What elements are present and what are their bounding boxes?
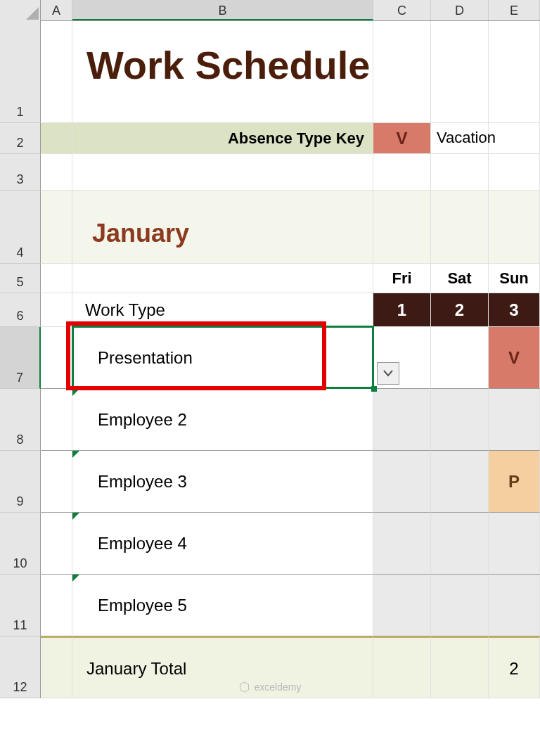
cell-c8[interactable]	[373, 389, 431, 451]
day-header-sat[interactable]: Sat	[431, 264, 489, 293]
cell-b5[interactable]	[72, 264, 373, 293]
logo-icon	[239, 681, 250, 693]
row-header-10[interactable]: 10	[0, 513, 41, 575]
cell-a1[interactable]	[41, 21, 72, 123]
row-header-3[interactable]: 3	[0, 154, 41, 191]
col-header-b[interactable]: B	[72, 0, 373, 20]
row-header-1[interactable]: 1	[0, 21, 41, 123]
comment-indicator-icon	[72, 451, 79, 458]
cell-c1[interactable]	[373, 21, 431, 123]
employee-2-cell[interactable]: Employee 2	[72, 389, 373, 451]
watermark: exceldemy	[239, 681, 302, 693]
col-header-c[interactable]: C	[373, 0, 431, 20]
cell-d8[interactable]	[431, 389, 489, 451]
row-headers-col: 1 2 3 4 5 6 7 8 9 10 11 12	[0, 21, 41, 698]
row-header-2[interactable]: 2	[0, 123, 41, 154]
month-label[interactable]: January	[72, 191, 373, 264]
cell-e1[interactable]	[489, 21, 540, 123]
cell-e10[interactable]	[489, 513, 540, 575]
cell-d7[interactable]	[431, 327, 489, 389]
day-header-fri[interactable]: Fri	[373, 264, 431, 293]
day-num-1[interactable]: 1	[373, 293, 431, 327]
cell-e4[interactable]	[489, 191, 540, 264]
row-header-6[interactable]: 6	[0, 293, 41, 327]
page-title[interactable]: Work Schedule	[72, 21, 373, 123]
cell-e2[interactable]	[489, 123, 540, 154]
cell-d12[interactable]	[431, 636, 489, 698]
cell-d3[interactable]	[431, 154, 489, 191]
employee-4-cell[interactable]: Employee 4	[72, 513, 373, 575]
employee-5-label: Employee 5	[98, 596, 187, 615]
cell-a10[interactable]	[41, 513, 72, 575]
cell-b3[interactable]	[72, 154, 373, 191]
absence-key-code[interactable]: V	[373, 123, 431, 154]
cell-e3[interactable]	[489, 154, 540, 191]
cell-a11[interactable]	[41, 575, 72, 636]
watermark-text: exceldemy	[255, 681, 302, 693]
cell-d1[interactable]	[431, 21, 489, 123]
select-all-corner[interactable]	[0, 0, 41, 21]
column-headers-row: A B C D E	[0, 0, 540, 21]
comment-indicator-icon	[72, 389, 79, 396]
cell-d9[interactable]	[431, 451, 489, 513]
employee-2-label: Employee 2	[98, 410, 187, 429]
cell-a4[interactable]	[41, 191, 72, 264]
cell-a8[interactable]	[41, 389, 72, 451]
cell-a3[interactable]	[41, 154, 72, 191]
selection-handle[interactable]	[371, 386, 377, 392]
cell-d4[interactable]	[431, 191, 489, 264]
dropdown-button[interactable]	[377, 362, 399, 385]
work-type-label[interactable]: Work Type	[72, 293, 373, 327]
row-header-5[interactable]: 5	[0, 264, 41, 293]
col-header-a[interactable]: A	[41, 0, 72, 20]
comment-indicator-icon	[72, 513, 79, 520]
employee-5-cell[interactable]: Employee 5	[72, 575, 373, 636]
day-num-2[interactable]: 2	[431, 293, 489, 327]
row-header-12[interactable]: 12	[0, 636, 41, 698]
row-header-7[interactable]: 7	[0, 327, 41, 389]
cell-e8[interactable]	[489, 389, 540, 451]
cell-a2[interactable]	[41, 123, 72, 154]
cell-c3[interactable]	[373, 154, 431, 191]
cell-c12[interactable]	[373, 636, 431, 698]
absence-key-label[interactable]: Absence Type Key	[72, 123, 373, 154]
cell-e12[interactable]: 2	[489, 636, 540, 698]
row-header-11[interactable]: 11	[0, 575, 41, 636]
cell-e9[interactable]: P	[489, 451, 540, 513]
cell-d11[interactable]	[431, 575, 489, 636]
grid: Work Schedule Absence Type Key V Vacatio…	[41, 21, 540, 698]
absence-key-name[interactable]: Vacation	[431, 123, 489, 154]
cell-c10[interactable]	[373, 513, 431, 575]
cell-c11[interactable]	[373, 575, 431, 636]
cell-a6[interactable]	[41, 293, 72, 327]
cell-a9[interactable]	[41, 451, 72, 513]
employee-4-label: Employee 4	[98, 534, 187, 553]
day-header-sun[interactable]: Sun	[489, 264, 540, 293]
comment-indicator-icon	[72, 575, 79, 582]
chevron-down-icon	[383, 370, 393, 377]
cell-a7[interactable]	[41, 327, 72, 389]
cell-c4[interactable]	[373, 191, 431, 264]
employee-3-label: Employee 3	[98, 472, 187, 491]
cell-c9[interactable]	[373, 451, 431, 513]
selected-cell-b7[interactable]: Presentation	[72, 327, 373, 389]
row-header-4[interactable]: 4	[0, 191, 41, 264]
cell-d10[interactable]	[431, 513, 489, 575]
day-num-3[interactable]: 3	[489, 293, 540, 327]
cell-a12[interactable]	[41, 636, 72, 698]
col-header-d[interactable]: D	[431, 0, 489, 20]
spreadsheet: A B C D E 1 2 3 4 5 6 7 8 9 10 11 12 Wor…	[0, 0, 540, 698]
col-header-e[interactable]: E	[489, 0, 540, 20]
cell-e11[interactable]	[489, 575, 540, 636]
employee-3-cell[interactable]: Employee 3	[72, 451, 373, 513]
row-header-8[interactable]: 8	[0, 389, 41, 451]
cell-a5[interactable]	[41, 264, 72, 293]
row-header-9[interactable]: 9	[0, 451, 41, 513]
cell-e7[interactable]: V	[489, 327, 540, 389]
total-label[interactable]: January Total	[72, 636, 373, 698]
